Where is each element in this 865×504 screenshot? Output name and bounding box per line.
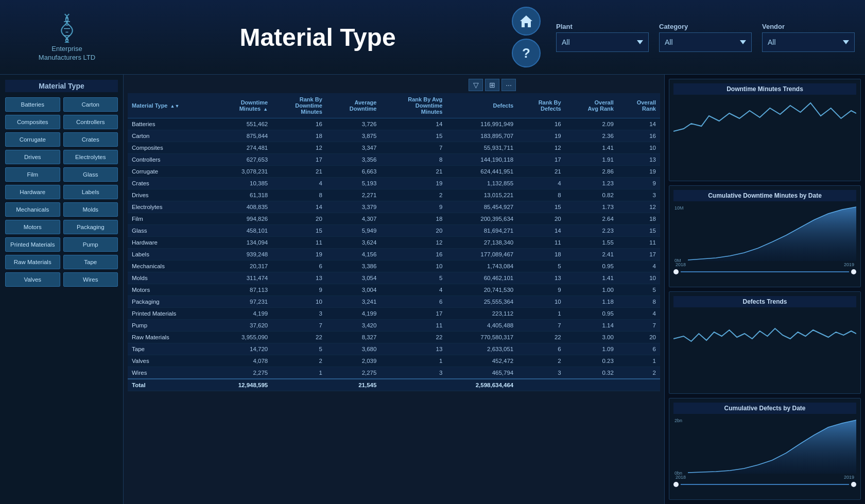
col-rank-avg-downtime[interactable]: Rank By AvgDowntimeMinutes	[380, 93, 446, 118]
sidebar-item-crates[interactable]: Crates	[63, 132, 118, 147]
defects-x-labels: 2018 2019	[673, 475, 856, 480]
plant-select[interactable]: All	[556, 32, 649, 52]
grid-button[interactable]: ⊞	[485, 79, 499, 91]
slider-track[interactable]	[681, 271, 849, 272]
table-cell: 11	[380, 320, 446, 332]
table-cell: 465,794	[446, 367, 517, 379]
slider-left-dot[interactable]	[673, 269, 679, 274]
table-row: Tape14,72053,680132,633,05161.096	[128, 343, 660, 355]
sidebar-item-raw-materials[interactable]: Raw Materials	[5, 255, 60, 269]
sidebar-item-controllers[interactable]: Controllers	[63, 115, 118, 129]
table-cell: 60,462,101	[446, 272, 517, 284]
sidebar-item-batteries[interactable]: Batteries	[5, 97, 60, 112]
home-button[interactable]	[512, 7, 541, 36]
cumulative-defects-area: 2bn 0bn 2018 2019	[673, 417, 856, 487]
table-cell: 37,620	[214, 320, 272, 332]
vendor-select[interactable]: All	[762, 32, 855, 52]
col-material-type[interactable]: Material Type ▲▼	[128, 93, 214, 118]
col-defects[interactable]: Defects	[446, 93, 517, 118]
slider-right-dot[interactable]	[851, 269, 856, 274]
header-icons: ?	[512, 7, 541, 67]
table-cell: 19	[380, 178, 446, 189]
sidebar-item-composites[interactable]: Composites	[5, 115, 60, 129]
sidebar-item-wires[interactable]: Wires	[63, 272, 118, 287]
table-row: Controllers627,653173,3568144,190,118171…	[128, 154, 660, 166]
sidebar-item-glass[interactable]: Glass	[63, 167, 118, 182]
col-overall-avg-rank[interactable]: OverallAvg Rank	[565, 93, 618, 118]
sidebar-title: Material Type	[5, 80, 118, 92]
table-cell: 0.82	[565, 189, 618, 201]
table-cell: 22	[517, 332, 565, 343]
table-cell: 2,271	[326, 189, 381, 201]
table-cell: 1.00	[565, 284, 618, 296]
defects-slider-track[interactable]	[681, 484, 849, 485]
table-cell: 8,327	[326, 332, 381, 343]
sidebar-item-labels[interactable]: Labels	[63, 185, 118, 199]
table-row: Batteries551,462163,72614116,991,949162.…	[128, 118, 660, 130]
table-row: Film994,826204,30718200,395,634202.6418	[128, 213, 660, 225]
table-cell: 994,826	[214, 213, 272, 225]
downtime-y-max: 10M	[674, 205, 684, 211]
defects-slider[interactable]	[673, 482, 856, 487]
sidebar-item-corrugate[interactable]: Corrugate	[5, 132, 60, 147]
table-container[interactable]: Material Type ▲▼ DowntimeMinutes ▲ Rank …	[128, 93, 660, 500]
sidebar-item-film[interactable]: Film	[5, 167, 60, 182]
table-cell: 144,190,118	[446, 154, 517, 166]
sidebar-item-drives[interactable]: Drives	[5, 150, 60, 164]
table-cell: 1.18	[565, 296, 618, 308]
table-cell: 10	[380, 260, 446, 272]
table-cell: 2	[380, 189, 446, 201]
col-downtime-minutes[interactable]: DowntimeMinutes ▲	[214, 93, 272, 118]
table-cell: 134,094	[214, 237, 272, 249]
table-cell: 14	[618, 118, 660, 130]
table-cell: 274,481	[214, 142, 272, 154]
defects-slider-left-dot[interactable]	[673, 482, 679, 487]
sidebar-item-hardware[interactable]: Hardware	[5, 185, 60, 199]
content-area: ▽ ⊞ ··· Material Type ▲▼ DowntimeMinutes…	[124, 75, 664, 504]
total-cell	[618, 379, 660, 391]
filter-button[interactable]: ▽	[469, 79, 483, 91]
table-cell: Pump	[128, 320, 214, 332]
sidebar-item-electrolytes[interactable]: Electrolytes	[63, 150, 118, 164]
col-overall-rank[interactable]: OverallRank	[618, 93, 660, 118]
downtime-slider[interactable]	[673, 269, 856, 274]
table-cell: 20,317	[214, 260, 272, 272]
table-cell: 10	[618, 142, 660, 154]
sidebar-item-mechanicals[interactable]: Mechanicals	[5, 202, 60, 217]
sidebar-item-carton[interactable]: Carton	[63, 97, 118, 112]
category-filter-group: Category All	[659, 23, 752, 52]
sidebar-item-packaging[interactable]: Packaging	[63, 220, 118, 234]
total-cell	[380, 379, 446, 391]
table-cell: 5	[517, 260, 565, 272]
help-button[interactable]: ?	[512, 39, 541, 67]
sidebar-item-motors[interactable]: Motors	[5, 220, 60, 234]
table-cell: 13	[380, 343, 446, 355]
table-cell: 5,193	[326, 178, 381, 189]
table-cell: 11	[618, 237, 660, 249]
sidebar-grid: BatteriesCartonCompositesControllersCorr…	[5, 97, 118, 287]
table-cell: 1,743,084	[446, 260, 517, 272]
table-cell: 4,199	[214, 308, 272, 320]
sidebar-item-valves[interactable]: Valves	[5, 272, 60, 287]
category-select[interactable]: All	[659, 32, 752, 52]
table-cell: 61,318	[214, 189, 272, 201]
table-cell: 19	[272, 249, 326, 260]
col-rank-downtime[interactable]: Rank ByDowntimeMinutes	[272, 93, 326, 118]
col-avg-downtime[interactable]: AverageDowntime	[326, 93, 381, 118]
table-cell: 183,895,707	[446, 130, 517, 142]
sidebar-item-printed-materials[interactable]: Printed Materials	[5, 237, 60, 252]
sidebar-item-molds[interactable]: Molds	[63, 202, 118, 217]
table-cell: 2	[618, 367, 660, 379]
more-button[interactable]: ···	[501, 79, 516, 91]
table-cell: 223,112	[446, 308, 517, 320]
table-cell: 2,275	[214, 367, 272, 379]
defects-slider-right-dot[interactable]	[851, 482, 856, 487]
table-cell: 13	[272, 272, 326, 284]
sidebar-item-tape[interactable]: Tape	[63, 255, 118, 269]
table-cell: 13	[618, 154, 660, 166]
category-label: Category	[659, 23, 752, 30]
table-cell: 10,385	[214, 178, 272, 189]
sidebar-item-pump[interactable]: Pump	[63, 237, 118, 252]
col-rank-defects[interactable]: Rank ByDefects	[517, 93, 565, 118]
table-cell: 6	[380, 296, 446, 308]
